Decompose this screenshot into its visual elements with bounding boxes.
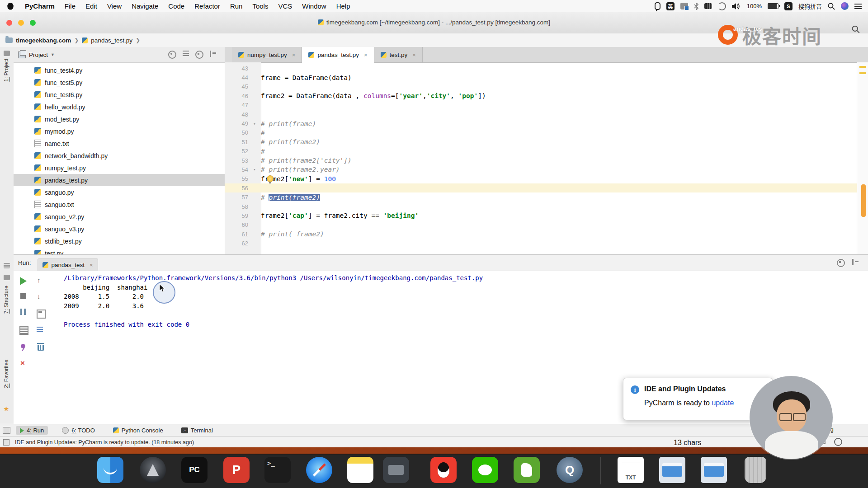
restore-layout-button[interactable] xyxy=(19,326,28,335)
code-line-52[interactable]: 52# xyxy=(225,147,857,156)
close-icon[interactable]: × xyxy=(412,52,416,58)
dock-safari-icon[interactable] xyxy=(306,457,332,483)
code-line-61[interactable]: 61# print( frame2) xyxy=(225,230,857,239)
editor-scrollbar[interactable] xyxy=(857,62,868,254)
pin-tab-button[interactable] xyxy=(21,344,25,348)
tree-item-sanguo_v3.py[interactable]: sanguo_v3.py xyxy=(14,223,225,235)
code-line-49[interactable]: 49▾# print(frame) xyxy=(225,119,857,128)
code-line-51[interactable]: 51# print(frame2) xyxy=(225,137,857,146)
tree-item-func_test4.py[interactable]: func_test4.py xyxy=(14,64,225,76)
code-editor[interactable]: 4344frame = DataFrame(data)4546frame2 = … xyxy=(225,64,857,248)
gear-icon[interactable] xyxy=(195,51,203,59)
close-icon[interactable]: × xyxy=(292,52,296,58)
dock-qq-icon[interactable] xyxy=(430,457,457,483)
dock-minimized-window-icon[interactable] xyxy=(701,457,727,483)
tool-window-button-python-console[interactable]: Python Console xyxy=(109,426,167,435)
soft-wrap-button[interactable] xyxy=(37,327,43,332)
menu-item-view[interactable]: View xyxy=(102,2,127,10)
dock-notes-icon[interactable] xyxy=(347,457,373,483)
tool-window-button-4-run[interactable]: 4: Run xyxy=(16,426,48,435)
display-icon[interactable] xyxy=(680,3,688,9)
tree-item-mymod.py[interactable]: mymod.py xyxy=(14,125,225,137)
editor-tab-pandas_test.py[interactable]: pandas_test.py× xyxy=(302,47,374,63)
dock-launchpad-icon[interactable] xyxy=(140,457,166,483)
apple-menu-icon[interactable] xyxy=(7,3,14,10)
intention-bulb-icon[interactable] xyxy=(267,175,274,182)
scrollbar-thumb[interactable] xyxy=(861,184,866,217)
code-line-62[interactable]: 62 xyxy=(225,239,857,248)
hector-icon[interactable] xyxy=(834,438,842,446)
code-line-50[interactable]: 50# xyxy=(225,128,857,137)
close-icon[interactable]: × xyxy=(364,52,368,58)
search-icon[interactable] xyxy=(852,25,860,35)
menu-item-navigate[interactable]: Navigate xyxy=(127,2,163,10)
dock-wechat-icon[interactable] xyxy=(472,457,498,483)
down-stack-trace-button[interactable]: ↓ xyxy=(37,293,44,300)
project-panel-header[interactable]: Project ▼ xyxy=(14,47,225,63)
tree-item-mod_test.py[interactable]: mod_test.py xyxy=(14,113,225,125)
run-tab[interactable]: pandas_test × xyxy=(38,258,98,271)
status-icon[interactable] xyxy=(3,439,9,446)
tree-item-network_bandwidth.py[interactable]: network_bandwidth.py xyxy=(14,150,225,162)
gear-icon[interactable] xyxy=(837,259,845,267)
rerun-button[interactable] xyxy=(20,277,27,285)
code-line-55[interactable]: 55frame2['new'] = 100 xyxy=(225,174,857,183)
pause-output-button[interactable] xyxy=(20,309,26,315)
clear-output-button[interactable] xyxy=(38,345,44,351)
menu-item-code[interactable]: Code xyxy=(163,2,189,10)
update-link[interactable]: update xyxy=(712,399,734,407)
code-line-54[interactable]: 54▾# print(frame2.year) xyxy=(225,165,857,174)
code-line-45[interactable]: 45 xyxy=(225,82,857,91)
up-stack-trace-button[interactable]: ↑ xyxy=(37,277,44,284)
siri-icon[interactable] xyxy=(841,2,849,10)
stop-button[interactable] xyxy=(20,293,26,299)
tool-window-button-terminal[interactable]: >Terminal xyxy=(177,426,217,435)
code-line-57[interactable]: 57# print(frame2) xyxy=(225,192,857,202)
tree-item-func_test5.py[interactable]: func_test5.py xyxy=(14,76,225,89)
editor-tab-numpy_test.py[interactable]: numpy_test.py× xyxy=(232,47,302,62)
code-line-59[interactable]: 59frame2['cap'] = frame2.city == 'beijin… xyxy=(225,211,857,220)
editor-tab-test.py[interactable]: test.py× xyxy=(374,47,423,62)
tool-strip-favorites-button[interactable]: 2: Favorites xyxy=(3,360,9,388)
sogou-icon[interactable]: S xyxy=(784,2,793,10)
project-panel-title[interactable]: Project xyxy=(29,52,48,58)
hide-panel-button[interactable] xyxy=(210,51,217,57)
notification-center-icon[interactable] xyxy=(854,4,862,9)
breadcrumb-project[interactable]: timegeekbang.com xyxy=(16,37,71,44)
dock-red-p-app-icon[interactable]: P xyxy=(223,457,250,483)
battery-icon[interactable] xyxy=(768,3,778,9)
code-line-58[interactable]: 58 xyxy=(225,202,857,211)
dock-trash-icon[interactable] xyxy=(745,457,766,483)
dock-dark-app-icon[interactable] xyxy=(383,457,409,483)
bluetooth-icon[interactable] xyxy=(694,3,698,10)
dock-txt-document-icon[interactable]: TXT xyxy=(618,457,644,483)
code-line-48[interactable]: 48 xyxy=(225,110,857,119)
code-line-44[interactable]: 44frame = DataFrame(data) xyxy=(225,73,857,82)
ime-name-label[interactable]: 搜狗拼音 xyxy=(798,2,822,10)
tree-item-sanguo.py[interactable]: sanguo.py xyxy=(14,186,225,198)
tool-strip-project-button[interactable]: 1: Project xyxy=(3,59,9,82)
spotlight-icon[interactable] xyxy=(828,3,835,10)
warning-stripe-mark[interactable] xyxy=(859,66,866,68)
dock-minimized-window-icon[interactable] xyxy=(659,457,685,483)
sync-icon[interactable] xyxy=(718,2,726,10)
code-line-53[interactable]: 53# print(frame2['city']) xyxy=(225,156,857,165)
locate-file-button[interactable] xyxy=(168,51,176,59)
dock-finder-icon[interactable] xyxy=(97,457,123,483)
restore-window-button[interactable] xyxy=(37,310,46,319)
tree-item-pandas_test.py[interactable]: pandas_test.py xyxy=(14,174,225,186)
tree-item-hello_world.py[interactable]: hello_world.py xyxy=(14,101,225,113)
dock-evernote-icon[interactable] xyxy=(514,457,540,483)
volume-icon[interactable] xyxy=(732,3,741,10)
hide-panel-button[interactable] xyxy=(852,259,860,265)
code-line-46[interactable]: 46frame2 = DataFrame(data , columns=['ye… xyxy=(225,91,857,100)
menu-item-pycharm[interactable]: PyCharm xyxy=(20,2,60,10)
breadcrumb-file[interactable]: pandas_test.py xyxy=(91,37,132,44)
menu-item-refactor[interactable]: Refactor xyxy=(189,2,225,10)
menu-item-run[interactable]: Run xyxy=(225,2,248,10)
menu-item-help[interactable]: Help xyxy=(331,2,355,10)
tool-window-button-6-todo[interactable]: 6: TODO xyxy=(58,426,99,435)
menu-item-window[interactable]: Window xyxy=(297,2,331,10)
close-panel-button[interactable]: × xyxy=(20,360,28,367)
tree-item-sanguo.txt[interactable]: sanguo.txt xyxy=(14,198,225,211)
